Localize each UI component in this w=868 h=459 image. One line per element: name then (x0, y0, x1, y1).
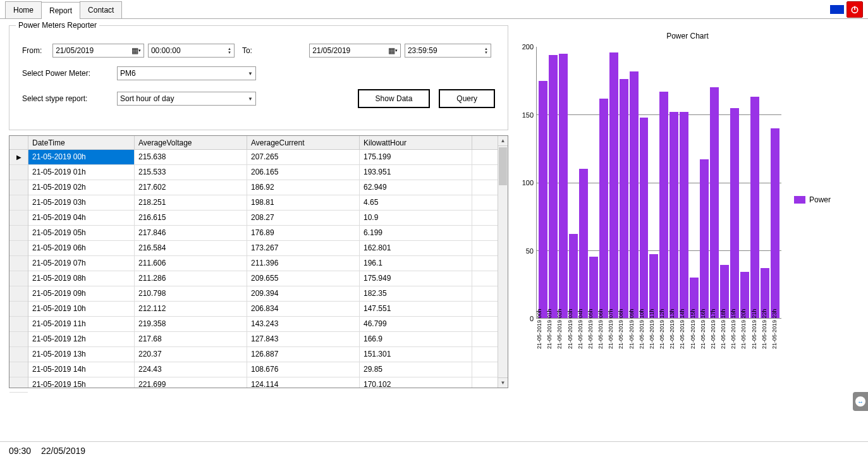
grid-cell: 124.114 (247, 377, 360, 388)
side-widget[interactable]: ↔ (853, 392, 868, 411)
scroll-down-icon[interactable]: ▼ (498, 377, 508, 388)
chart-legend: Power (794, 49, 831, 350)
row-selector[interactable] (9, 211, 28, 226)
table-row[interactable]: 21-05-2019 00h215.638207.265175.199 (28, 150, 498, 165)
tab-report[interactable]: Report (41, 2, 80, 19)
row-selector[interactable] (9, 347, 28, 362)
grid-cell: 166.9 (360, 332, 472, 346)
y-tick-label: 0 (530, 315, 534, 322)
table-row[interactable]: 21-05-2019 03h218.251198.814.65 (28, 195, 498, 211)
table-row[interactable]: 21-05-2019 05h217.846176.896.199 (28, 226, 498, 241)
grid-cell: 206.834 (247, 302, 360, 316)
grid-cell: 21-05-2019 05h (28, 226, 135, 240)
col-kwh[interactable]: KilowattHour (360, 136, 472, 149)
table-row[interactable]: 21-05-2019 15h221.699124.114170.102 (28, 377, 498, 388)
table-row[interactable]: 21-05-2019 02h217.602186.9262.949 (28, 180, 498, 195)
grid-cell: 219.358 (135, 317, 247, 331)
table-row[interactable]: 21-05-2019 12h217.68127.843166.9 (28, 332, 498, 347)
scroll-up-icon[interactable]: ▲ (498, 136, 508, 146)
row-selector[interactable] (9, 317, 28, 332)
to-time-input[interactable]: 23:59:59 ▲▼ (405, 44, 491, 58)
grid-cell: 211.606 (135, 256, 247, 271)
stype-select[interactable]: Sort hour of day ▼ (117, 92, 256, 106)
chart-bar (669, 112, 678, 318)
grid-cell: 216.615 (135, 211, 247, 225)
table-row[interactable]: 21-05-2019 01h215.533206.165193.951 (28, 165, 498, 180)
chart-bar (559, 54, 568, 318)
table-row[interactable]: 21-05-2019 10h212.112206.834147.551 (28, 302, 498, 317)
grid-cell: 175.949 (360, 271, 472, 286)
grid-scrollbar[interactable]: ▲ ▼ (498, 136, 508, 388)
flag-icon (830, 5, 844, 14)
grid-cell: 196.1 (360, 256, 472, 271)
chart-bar (700, 159, 709, 318)
from-label: From: (22, 46, 52, 55)
row-selector[interactable] (9, 195, 28, 211)
chart-bar (579, 169, 588, 318)
row-selector[interactable] (9, 256, 28, 271)
table-row[interactable]: 21-05-2019 13h220.37126.887151.301 (28, 347, 498, 362)
table-row[interactable]: 21-05-2019 04h216.615208.2710.9 (28, 211, 498, 226)
row-selector[interactable] (9, 362, 28, 377)
y-tick-label: 150 (522, 111, 534, 119)
grid-cell: 224.43 (135, 362, 247, 377)
from-time-input[interactable]: 00:00:00 ▲▼ (148, 44, 235, 58)
meter-select[interactable]: PM6 ▼ (117, 66, 256, 80)
chevron-down-icon: ▼ (248, 96, 253, 102)
table-row[interactable]: 21-05-2019 07h211.606211.396196.1 (28, 256, 498, 271)
reporter-title: Power Meters Reporter (16, 21, 99, 30)
scroll-thumb[interactable] (499, 147, 507, 185)
table-row[interactable]: 21-05-2019 11h219.358143.24346.799 (28, 317, 498, 332)
power-button[interactable] (847, 1, 863, 18)
x-tick-label: 21-05-2019 05h (587, 320, 597, 350)
spinner-icon: ▲▼ (228, 47, 231, 54)
x-tick-label: 21-05-2019 04h (577, 320, 587, 350)
query-button[interactable]: Query (439, 89, 495, 108)
meter-label: Select Power Meter: (22, 69, 117, 78)
col-avg-current[interactable]: AverageCurrent (247, 136, 360, 149)
grid-cell: 21-05-2019 03h (28, 195, 135, 210)
row-selector[interactable] (9, 302, 28, 317)
row-selector[interactable] (9, 377, 28, 393)
tab-home[interactable]: Home (5, 1, 42, 18)
grid-cell: 209.394 (247, 286, 360, 301)
from-date-input[interactable]: 21/05/2019 ▦▾ (52, 44, 144, 58)
x-tick-label: 21-05-2019 18h (720, 320, 730, 350)
row-selector[interactable] (9, 226, 28, 241)
table-row[interactable]: 21-05-2019 09h210.798209.394182.35 (28, 286, 498, 302)
row-selector[interactable] (9, 332, 28, 347)
status-time: 09:30 (9, 446, 31, 456)
x-tick-label: 21-05-2019 12h (659, 320, 669, 350)
tab-contact[interactable]: Contact (80, 1, 122, 18)
grid-cell: 21-05-2019 07h (28, 256, 135, 271)
row-selector[interactable] (9, 241, 28, 256)
to-date-input[interactable]: 21/05/2019 ▦▾ (309, 44, 401, 58)
table-row[interactable]: 21-05-2019 14h224.43108.67629.85 (28, 362, 498, 377)
grid-cell: 21-05-2019 11h (28, 317, 135, 331)
col-datetime[interactable]: DateTime (28, 136, 135, 149)
row-selector[interactable] (9, 165, 28, 180)
row-selector[interactable] (9, 271, 28, 286)
legend-label: Power (809, 195, 831, 204)
row-selector[interactable] (9, 286, 28, 302)
grid-cell: 62.949 (360, 180, 472, 195)
table-row[interactable]: 21-05-2019 08h211.286209.655175.949 (28, 271, 498, 286)
grid-cell: 21-05-2019 04h (28, 211, 135, 225)
x-tick-label: 21-05-2019 21h (751, 320, 761, 350)
chart-bar (750, 97, 759, 318)
grid-cell: 46.799 (360, 317, 472, 331)
status-bar: 09:30 22/05/2019 (0, 441, 868, 459)
show-data-button[interactable]: Show Data (358, 89, 431, 108)
y-tick-label: 50 (526, 247, 534, 255)
x-tick-label: 21-05-2019 14h (679, 320, 689, 350)
teamviewer-icon: ↔ (855, 396, 865, 407)
grid-cell: 6.199 (360, 226, 472, 240)
grid-cell: 4.65 (360, 195, 472, 210)
chart-bar (569, 234, 578, 318)
row-selector[interactable] (9, 180, 28, 195)
grid-cell: 173.267 (247, 241, 360, 255)
col-avg-voltage[interactable]: AverageVoltage (135, 136, 247, 149)
chart-bar (771, 128, 779, 318)
row-selector[interactable]: ▶ (9, 150, 28, 165)
table-row[interactable]: 21-05-2019 06h216.584173.267162.801 (28, 241, 498, 256)
